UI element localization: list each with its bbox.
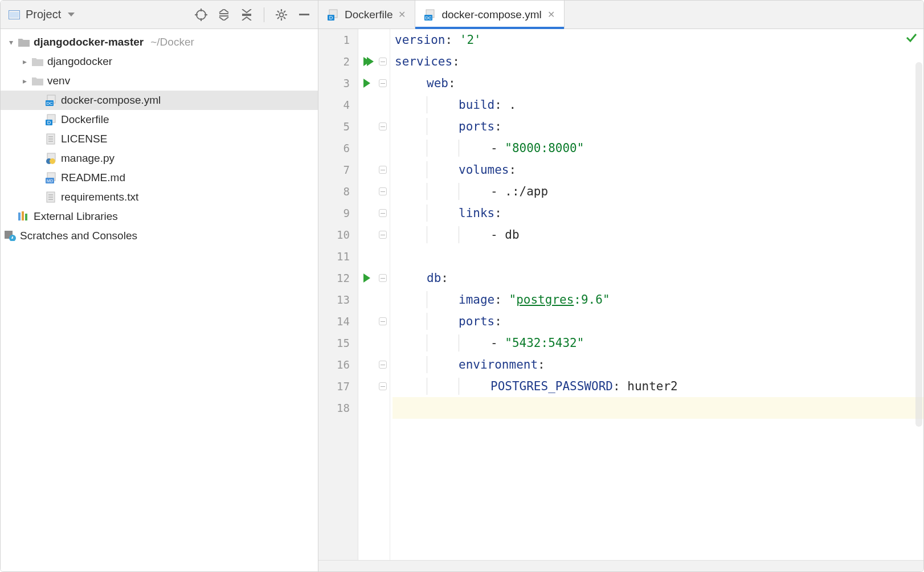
gutter-action-cell xyxy=(358,94,375,116)
tree-item[interactable]: ▸venv xyxy=(1,71,318,91)
line-number: 16 xyxy=(318,354,358,375)
code-line[interactable]: - db xyxy=(393,224,923,246)
file-icon: MD xyxy=(44,172,59,183)
fold-toggle-icon[interactable] xyxy=(379,187,387,195)
fold-cell[interactable] xyxy=(375,354,390,375)
tree-item-label: LICENSE xyxy=(61,133,107,145)
run-services-icon[interactable] xyxy=(363,57,370,66)
editor-horizontal-scrollbar[interactable] xyxy=(318,560,923,571)
line-number: 9 xyxy=(318,202,358,224)
fold-toggle-icon[interactable] xyxy=(379,231,387,239)
fold-cell[interactable] xyxy=(375,159,390,181)
chevron-down-icon[interactable]: ▾ xyxy=(5,38,17,47)
fold-cell[interactable] xyxy=(375,51,390,72)
code-token: ports xyxy=(459,314,494,328)
code-line[interactable]: links: xyxy=(393,202,923,224)
tree-item[interactable]: manage.py xyxy=(1,149,318,168)
code-line[interactable]: build: . xyxy=(393,94,923,116)
gutter-action-cell xyxy=(358,310,375,332)
inspection-ok-icon[interactable] xyxy=(905,31,918,47)
fold-cell[interactable] xyxy=(375,267,390,289)
tree-item[interactable]: DCdocker-compose.yml xyxy=(1,91,318,110)
editor-tab[interactable]: DDockerfile✕ xyxy=(318,1,415,28)
editor-area[interactable]: 123456789101112131415161718 version: '2'… xyxy=(318,29,923,560)
code-token: version xyxy=(395,33,445,47)
fold-toggle-icon[interactable] xyxy=(379,317,387,325)
fold-toggle-icon[interactable] xyxy=(379,79,387,87)
code-line[interactable]: image: "postgres:9.6" xyxy=(393,289,923,310)
code-line[interactable]: POSTGRES_PASSWORD: hunter2 xyxy=(393,375,923,397)
code-line[interactable]: ports: xyxy=(393,116,923,137)
tree-root[interactable]: ▾ djangodocker-master ~/Docker xyxy=(1,32,318,52)
editor-tab[interactable]: DCdocker-compose.yml✕ xyxy=(415,1,564,28)
fold-toggle-icon[interactable] xyxy=(379,166,387,174)
code-line[interactable] xyxy=(393,246,923,267)
tree-root-path: ~/Docker xyxy=(150,36,194,48)
code-line[interactable]: - "5432:5432" xyxy=(393,332,923,354)
close-icon[interactable]: ✕ xyxy=(398,9,406,20)
code-line[interactable]: environment: xyxy=(393,354,923,375)
line-number: 11 xyxy=(318,246,358,267)
line-number: 4 xyxy=(318,94,358,116)
svg-rect-37 xyxy=(18,213,21,220)
fold-toggle-icon[interactable] xyxy=(379,382,387,390)
code-token: : xyxy=(613,379,627,393)
code-line[interactable]: web: xyxy=(393,72,923,94)
gutter-action-cell xyxy=(358,181,375,202)
code-line[interactable]: version: '2' xyxy=(393,29,923,51)
file-icon xyxy=(44,191,59,203)
gutter-action-cell[interactable] xyxy=(358,267,375,289)
fold-toggle-icon[interactable] xyxy=(379,274,387,282)
project-tool-window: Project xyxy=(1,1,318,571)
locate-icon[interactable] xyxy=(193,7,209,23)
tree-item[interactable]: requirements.txt xyxy=(1,187,318,207)
tree-item[interactable]: LICENSE xyxy=(1,129,318,149)
code-line[interactable]: services: xyxy=(393,51,923,72)
tree-item-label: docker-compose.yml xyxy=(61,94,161,107)
tree-item[interactable]: ▸djangodocker xyxy=(1,52,318,71)
fold-cell[interactable] xyxy=(375,310,390,332)
run-service-icon[interactable] xyxy=(363,273,370,283)
project-tree[interactable]: ▾ djangodocker-master ~/Docker ▸djangodo… xyxy=(1,29,318,571)
expand-all-icon[interactable] xyxy=(216,7,232,23)
fold-toggle-icon[interactable] xyxy=(379,361,387,369)
gutter-action-cell xyxy=(358,246,375,267)
tree-item[interactable]: MDREADME.md xyxy=(1,168,318,187)
fold-cell[interactable] xyxy=(375,224,390,246)
code-token: services xyxy=(395,55,452,68)
code-line[interactable]: - .:/app xyxy=(393,181,923,202)
fold-cell[interactable] xyxy=(375,181,390,202)
code-line[interactable]: volumes: xyxy=(393,159,923,181)
close-icon[interactable]: ✕ xyxy=(547,9,555,20)
editor-scrollbar[interactable] xyxy=(915,62,922,427)
fold-cell[interactable] xyxy=(375,116,390,137)
project-view-dropdown[interactable]: Project xyxy=(26,8,75,21)
gear-icon[interactable] xyxy=(273,7,289,23)
scratches-node[interactable]: ▸ Scratches and Consoles xyxy=(1,226,318,246)
hide-icon[interactable] xyxy=(296,7,312,23)
code-content[interactable]: version: '2'services:web:build: .ports:-… xyxy=(390,29,923,560)
tree-item[interactable]: DDockerfile xyxy=(1,110,318,129)
code-line[interactable]: - "8000:8000" xyxy=(393,137,923,159)
code-line[interactable]: db: xyxy=(393,267,923,289)
code-token: links xyxy=(459,206,494,220)
svg-text:MD: MD xyxy=(47,179,53,183)
gutter-fold xyxy=(375,29,390,560)
fold-toggle-icon[interactable] xyxy=(379,209,387,217)
code-token: : xyxy=(494,98,509,112)
fold-cell[interactable] xyxy=(375,72,390,94)
code-line[interactable]: ports: xyxy=(393,310,923,332)
chevron-right-icon[interactable]: ▸ xyxy=(19,57,30,66)
gutter-action-cell[interactable] xyxy=(358,72,375,94)
run-service-icon[interactable] xyxy=(363,79,370,88)
gutter-action-cell[interactable] xyxy=(358,51,375,72)
svg-line-12 xyxy=(277,11,279,13)
external-libraries-node[interactable]: External Libraries xyxy=(1,207,318,226)
chevron-right-icon[interactable]: ▸ xyxy=(19,76,30,85)
fold-toggle-icon[interactable] xyxy=(379,122,387,130)
fold-toggle-icon[interactable] xyxy=(379,58,387,66)
code-line[interactable] xyxy=(393,397,923,419)
fold-cell[interactable] xyxy=(375,202,390,224)
collapse-all-icon[interactable] xyxy=(239,7,255,23)
fold-cell[interactable] xyxy=(375,375,390,397)
